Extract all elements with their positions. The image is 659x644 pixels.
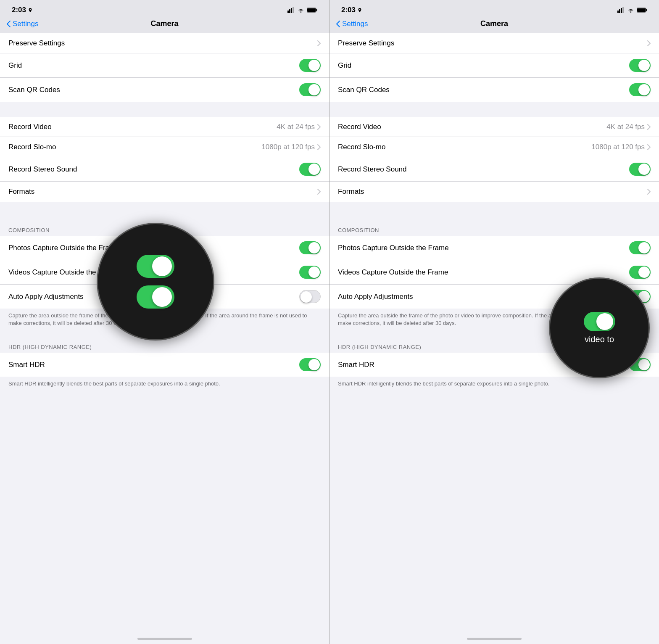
list-item[interactable]: Record Slo-mo 1080p at 120 fps — [330, 137, 659, 157]
svg-rect-2 — [291, 8, 292, 13]
signal-icon-right — [617, 7, 625, 13]
battery-icon-right — [637, 8, 647, 13]
phone-left: 2:03 — [0, 0, 330, 644]
list-item[interactable]: Record Video 4K at 24 fps — [0, 117, 329, 137]
list-item[interactable]: Record Video 4K at 24 fps — [330, 117, 659, 137]
grid-toggle-left[interactable] — [299, 59, 321, 72]
composition-section-header-right: COMPOSITION — [330, 217, 659, 236]
settings-group-2-right: Record Video 4K at 24 fps Record Slo-mo … — [330, 117, 659, 202]
zoom-toggle-right — [584, 312, 615, 331]
chevron-right-icon — [317, 124, 321, 130]
list-item[interactable]: Formats — [0, 182, 329, 202]
settings-group-2-left: Record Video 4K at 24 fps Record Slo-mo … — [0, 117, 329, 202]
phones-container: 2:03 — [0, 0, 659, 644]
zoom-toggle-1 — [137, 255, 174, 278]
home-indicator-left — [137, 638, 192, 640]
smart-hdr-toggle-left[interactable] — [299, 358, 321, 371]
svg-rect-6 — [307, 8, 316, 12]
svg-rect-7 — [617, 11, 619, 13]
back-button-left[interactable]: Settings — [7, 20, 38, 28]
nav-bar-right: Settings Camera — [330, 18, 659, 33]
chevron-right-icon — [317, 144, 321, 150]
list-item[interactable]: Record Slo-mo 1080p at 120 fps — [0, 137, 329, 157]
nav-bar-left: Settings Camera — [0, 18, 329, 33]
chevron-right-icon — [317, 40, 321, 46]
back-chevron-right — [336, 21, 340, 27]
list-item[interactable]: Photos Capture Outside the Frame — [330, 236, 659, 260]
zoom-toggle-2 — [137, 285, 174, 309]
chevron-right-icon — [647, 40, 651, 46]
status-bar-left: 2:03 — [0, 0, 329, 18]
back-button-right[interactable]: Settings — [336, 20, 368, 28]
scan-qr-toggle-right[interactable] — [629, 83, 651, 96]
location-icon-left — [28, 8, 33, 13]
phone-right: 2:03 — [330, 0, 659, 644]
stereo-sound-toggle-right[interactable] — [629, 163, 651, 176]
battery-icon-left — [307, 8, 317, 13]
auto-apply-toggle-left[interactable] — [299, 290, 321, 303]
svg-rect-1 — [289, 9, 290, 13]
photos-capture-toggle-left[interactable] — [299, 241, 321, 254]
svg-rect-9 — [621, 8, 622, 13]
settings-group-4-left: Smart HDR — [0, 353, 329, 377]
list-item[interactable]: Grid — [0, 53, 329, 78]
zoom-circle-right: video to — [549, 277, 650, 378]
status-icons-right — [617, 7, 647, 13]
page-title-right: Camera — [480, 19, 508, 28]
list-item[interactable]: Formats — [330, 182, 659, 202]
svg-rect-12 — [646, 9, 647, 11]
status-time-right: 2:03 — [341, 6, 362, 14]
scan-qr-toggle-left[interactable] — [299, 83, 321, 96]
chevron-right-icon — [317, 189, 321, 195]
videos-capture-toggle-left[interactable] — [299, 266, 321, 279]
status-time-left: 2:03 — [12, 6, 33, 14]
chevron-right-icon — [647, 189, 651, 195]
status-icons-left — [287, 7, 317, 13]
wifi-icon-right — [627, 8, 634, 13]
photos-capture-toggle-right[interactable] — [629, 241, 651, 254]
signal-icon-left — [287, 7, 295, 13]
hdr-footer-left: Smart HDR intelligently blends the best … — [0, 377, 329, 394]
status-bar-right: 2:03 — [330, 0, 659, 18]
grid-toggle-right[interactable] — [629, 59, 651, 72]
settings-group-1-right: Preserve Settings Grid Scan QR Codes — [330, 33, 659, 102]
wifi-icon-left — [298, 8, 304, 13]
list-item[interactable]: Preserve Settings — [0, 33, 329, 53]
list-item[interactable]: Smart HDR — [0, 353, 329, 377]
list-item[interactable]: Record Stereo Sound — [0, 157, 329, 182]
list-item[interactable]: Scan QR Codes — [0, 78, 329, 102]
list-item[interactable]: Record Stereo Sound — [330, 157, 659, 182]
stereo-sound-toggle-left[interactable] — [299, 163, 321, 176]
list-item[interactable]: Grid — [330, 53, 659, 78]
svg-rect-3 — [293, 7, 294, 13]
svg-rect-13 — [637, 8, 646, 12]
zoom-text: video to — [585, 335, 614, 344]
svg-rect-5 — [316, 9, 317, 11]
chevron-right-icon — [647, 124, 651, 130]
settings-group-1-left: Preserve Settings Grid Scan QR Codes — [0, 33, 329, 102]
zoom-circle-left — [97, 223, 214, 340]
svg-rect-10 — [622, 7, 624, 13]
videos-capture-toggle-right[interactable] — [629, 266, 651, 279]
list-item[interactable]: Preserve Settings — [330, 33, 659, 53]
list-item[interactable]: Scan QR Codes — [330, 78, 659, 102]
home-indicator-right — [467, 638, 522, 640]
back-chevron-left — [7, 21, 11, 27]
page-title-left: Camera — [150, 19, 178, 28]
svg-rect-0 — [287, 11, 289, 13]
location-icon-right — [357, 8, 362, 13]
chevron-right-icon — [647, 144, 651, 150]
hdr-footer-right: Smart HDR intelligently blends the best … — [330, 377, 659, 394]
svg-rect-8 — [619, 9, 620, 13]
